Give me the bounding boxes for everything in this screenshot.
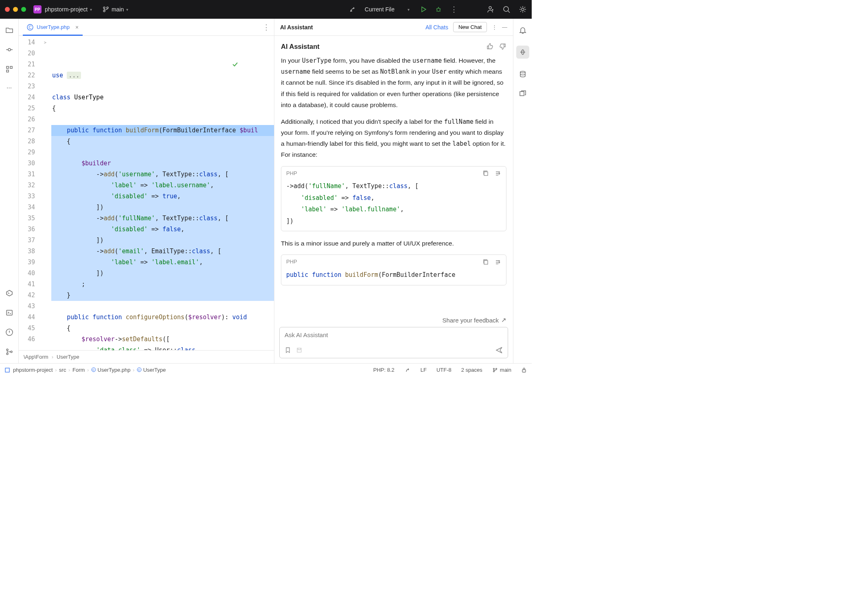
inspection-ok-icon[interactable]	[232, 39, 268, 90]
svg-point-30	[495, 368, 497, 369]
tab-usertype[interactable]: C UserType.php ×	[23, 19, 83, 35]
status-breadcrumbs[interactable]: phpstorm-project › src › Form › C UserTy…	[13, 367, 166, 373]
svg-point-29	[493, 371, 494, 372]
chevron-right-icon: ›	[52, 354, 53, 360]
branch-name[interactable]: main	[112, 6, 124, 13]
svg-rect-19	[484, 261, 488, 264]
tab-more-icon[interactable]: ⋮	[263, 23, 270, 32]
chevron-down-icon[interactable]: ▾	[408, 7, 410, 12]
project-name[interactable]: phpstorm-project	[45, 6, 88, 13]
insert-icon[interactable]	[495, 259, 501, 265]
module-icon	[5, 368, 10, 373]
ai-paragraph-1: In your UserType form, you have disabled…	[281, 55, 506, 110]
ai-input-field[interactable]	[285, 331, 503, 338]
ai-panel-title: AI Assistant	[280, 24, 313, 31]
minimize-window-button[interactable]	[13, 7, 18, 12]
crumb-namespace[interactable]: \App\Form	[24, 354, 48, 360]
commit-icon[interactable]	[5, 46, 13, 54]
svg-rect-9	[10, 66, 12, 68]
maximize-window-button[interactable]	[21, 7, 26, 12]
share-feedback-link[interactable]: Share your feedback ↗	[274, 315, 513, 327]
fold-column[interactable]: >	[39, 36, 51, 350]
problems-icon[interactable]	[5, 328, 13, 336]
database-icon[interactable]	[519, 70, 527, 78]
external-link-icon: ↗	[501, 316, 506, 324]
svg-point-28	[493, 368, 494, 369]
svg-text:C: C	[138, 368, 140, 372]
ai-assistant-panel: AI Assistant All Chats New Chat ⋮ — AI A…	[274, 19, 513, 363]
svg-point-6	[522, 8, 524, 11]
thumbs-up-icon[interactable]	[486, 43, 493, 50]
insert-icon[interactable]	[495, 170, 501, 177]
notifications-icon[interactable]	[519, 26, 527, 34]
svg-point-2	[107, 7, 108, 9]
new-chat-button[interactable]: New Chat	[453, 22, 487, 32]
services-icon[interactable]	[5, 289, 13, 297]
code-block-content[interactable]: ->add('fullName', TextType::class, [ 'di…	[281, 180, 506, 231]
debug-icon[interactable]	[435, 6, 442, 13]
status-lf[interactable]: LF	[421, 367, 427, 373]
status-php[interactable]: PHP: 8.2	[373, 367, 395, 373]
more-icon[interactable]: ⋮	[492, 24, 497, 30]
crumb-class[interactable]: UserType	[57, 354, 79, 360]
status-indent[interactable]: 2 spaces	[461, 367, 482, 373]
send-icon[interactable]	[495, 346, 503, 354]
settings-icon[interactable]	[519, 5, 527, 13]
minimize-panel-icon[interactable]: —	[502, 24, 507, 30]
search-icon[interactable]	[502, 5, 511, 13]
run-config-selector[interactable]: Current File	[365, 6, 395, 13]
terminal-icon[interactable]	[5, 309, 13, 317]
status-branch[interactable]: main	[492, 367, 511, 373]
ai-heading: AI Assistant	[281, 41, 506, 53]
build-icon[interactable]	[349, 6, 357, 13]
save-icon[interactable]	[296, 347, 302, 353]
close-tab-icon[interactable]: ×	[75, 24, 79, 31]
editor-breadcrumb[interactable]: \App\Form › UserType	[19, 350, 274, 363]
bookmark-icon[interactable]	[285, 347, 291, 353]
svg-text:C: C	[28, 25, 31, 30]
copy-icon[interactable]	[482, 170, 489, 177]
project-badge: PP	[33, 5, 42, 13]
svg-point-14	[7, 353, 8, 355]
svg-point-5	[504, 7, 509, 11]
project-icon[interactable]	[5, 26, 13, 34]
status-lock-icon[interactable]	[521, 367, 527, 373]
ai-assistant-icon[interactable]	[516, 46, 529, 59]
branch-icon[interactable]	[103, 6, 109, 13]
close-window-button[interactable]	[5, 7, 10, 12]
ai-paragraph-2: Additionally, I noticed that you didn't …	[281, 116, 506, 160]
vcs-icon[interactable]	[5, 348, 13, 356]
window-controls	[5, 7, 26, 12]
copy-icon[interactable]	[482, 259, 489, 265]
code-editor[interactable]: 1420212223242526272829303132333435363738…	[19, 36, 274, 350]
chevron-down-icon[interactable]: ▾	[126, 7, 128, 12]
status-encoding[interactable]: UTF-8	[436, 367, 452, 373]
all-chats-link[interactable]: All Chats	[425, 24, 448, 31]
chevron-down-icon[interactable]: ▾	[90, 7, 92, 12]
editor-tabs: C UserType.php × ⋮	[19, 19, 274, 36]
statusbar: phpstorm-project › src › Form › C UserTy…	[0, 363, 532, 376]
thumbs-down-icon[interactable]	[499, 43, 506, 50]
svg-rect-8	[7, 66, 9, 68]
code-lang-label: PHP	[286, 257, 297, 267]
more-tools-icon[interactable]: ⋯	[7, 85, 12, 91]
svg-text:C: C	[92, 368, 95, 372]
code-with-me-icon[interactable]	[486, 5, 494, 13]
svg-point-3	[437, 8, 440, 11]
ai-paragraph-3: This is a minor issue and purely a matte…	[281, 238, 506, 249]
code-block-1: PHP ->add('fullName', TextType::class, […	[281, 166, 506, 232]
detach-icon[interactable]	[519, 90, 527, 98]
run-icon[interactable]	[420, 6, 427, 13]
svg-rect-22	[520, 92, 524, 96]
svg-point-13	[7, 349, 8, 351]
structure-icon[interactable]	[5, 65, 13, 73]
more-icon[interactable]: ⋮	[450, 5, 458, 14]
status-services-icon[interactable]	[404, 367, 411, 373]
svg-point-21	[520, 71, 525, 73]
code-content[interactable]: use ...class UserType{ public function b…	[51, 36, 274, 350]
left-tool-rail: ⋯	[0, 19, 19, 363]
code-block-content[interactable]: public function buildForm(FormBuilderInt…	[281, 269, 506, 285]
svg-point-0	[103, 7, 105, 9]
ai-input-box[interactable]	[279, 327, 508, 358]
svg-point-1	[103, 10, 105, 12]
